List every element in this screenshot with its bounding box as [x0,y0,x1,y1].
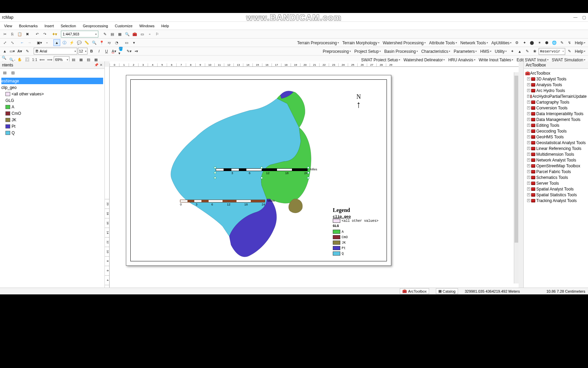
toolbox-item[interactable]: +Linear Referencing Tools [525,145,587,151]
pin-icon[interactable]: 📌 [94,63,98,67]
findroute-icon[interactable]: 📍 [98,39,105,46]
selection-handle[interactable] [261,177,263,179]
close-icon[interactable]: ✕ [100,63,102,67]
selection-handle[interactable] [214,167,216,169]
tool-a-icon[interactable]: ⚙ [513,40,520,46]
draw-rect-icon[interactable]: ▭▾ [9,48,16,55]
parameters-menu[interactable]: Parameters [452,48,478,55]
menu-windows[interactable]: Windows [136,23,157,29]
menu-bookmarks[interactable]: Bookmarks [16,23,40,29]
more-icon[interactable]: ⚐ [154,31,161,37]
expand-icon[interactable]: + [527,147,530,150]
hms-tool-d-icon[interactable]: ❀ [531,48,538,55]
goto-xy-icon[interactable]: xy [106,39,113,46]
undo-icon[interactable]: ↶ [34,31,40,37]
toc-class-pt[interactable]: Pt [1,123,103,129]
font-size-select[interactable]: 12 ▾ [78,48,87,55]
menu-view[interactable]: View [1,23,15,29]
viewer-window-icon[interactable]: ▭ [123,39,130,46]
map-scale-input[interactable]: 1:447,903 ▾ [61,31,98,37]
cut-icon[interactable]: ✂ [1,31,8,37]
attribute-tools-menu[interactable]: Attribute Tools [428,40,458,46]
toolbox-item[interactable]: +Schematics Tools [525,174,587,180]
expand-icon[interactable]: + [527,112,530,115]
aputilities-menu[interactable]: ApUtilities [490,40,513,46]
toolbox-item[interactable]: +Geocoding Tools [525,128,587,134]
zoom-fixed-icon[interactable]: ⤡ [9,39,16,46]
utility-menu[interactable]: Utility [493,48,508,55]
selection-handle[interactable] [261,167,263,169]
back-extent-icon[interactable]: ← [19,39,26,46]
expand-icon[interactable]: + [527,83,530,86]
expand-icon[interactable]: + [527,141,530,144]
toolbox-item[interactable]: +Data Interoperability Tools [525,111,587,117]
toolbox-item[interactable]: +Data Management Tools [525,117,587,122]
python-icon[interactable]: ▭ [139,31,146,37]
toolbox-item[interactable]: +Tracking Analyst Tools [525,198,587,203]
project-setup-menu[interactable]: Project Setup [353,48,382,55]
expand-icon[interactable]: + [527,77,530,80]
paste-icon[interactable]: 📋 [16,31,23,37]
redo-icon[interactable]: ↷ [41,31,48,37]
toolbox-item[interactable]: +Parcel Fabric Tools [525,169,587,174]
hms-menu[interactable]: HMS [479,48,493,55]
expand-icon[interactable]: + [527,95,529,98]
delete-icon[interactable]: ✖ [24,31,31,37]
italic-button[interactable]: I [96,48,102,55]
expand-icon[interactable]: + [527,193,530,196]
select-features-icon[interactable]: ▣▾ [36,39,43,46]
tab-catalog[interactable]: ▦ Catalog [436,288,458,294]
toolbox-item[interactable]: +Analysis Tools [525,82,587,88]
toc-class-cmo[interactable]: CmO [1,110,103,117]
expand-icon[interactable]: + [527,182,530,185]
menu-geoprocessing[interactable]: Geoprocessing [80,23,111,29]
toc-dataframe[interactable]: est\image [1,78,103,84]
menu-insert[interactable]: Insert [42,23,57,29]
find-icon[interactable]: 🔍 [91,39,98,46]
selection-handle[interactable] [307,172,309,174]
vertical-scrollbar[interactable] [514,72,519,283]
archydro-help-menu[interactable]: Help [573,40,587,46]
preprocessing-menu[interactable]: Preprocessing [321,48,352,55]
tool-f-icon[interactable]: 🌐 [551,40,558,46]
tool-d-icon[interactable]: ✶ [536,40,543,46]
tool-c-icon[interactable]: ⬤ [528,40,535,46]
expand-icon[interactable]: + [527,89,530,92]
pointer-icon[interactable]: ▲ [53,39,60,46]
modelbuilder-icon[interactable]: ▫ [146,31,153,37]
menu-help[interactable]: Help [159,23,172,29]
expand-icon[interactable]: + [527,164,530,167]
layout-view[interactable]: 0123456789101112131415161718192021222324… [105,61,523,294]
toc-class-q[interactable]: Q [1,129,103,136]
list-by-source-icon[interactable]: ▨ [10,69,16,76]
characteristics-menu[interactable]: Characteristics [420,48,452,55]
data-frame[interactable]: N ↑ 3 6 [130,79,387,261]
expand-icon[interactable]: + [527,176,530,179]
toolbox-item[interactable]: +Geostatistical Analyst Tools [525,140,587,145]
terrain-preprocessing-menu[interactable]: Terrain Preprocessing [296,40,340,46]
expand-icon[interactable]: + [527,187,530,190]
expand-icon[interactable]: + [527,135,530,138]
catalog-icon[interactable]: ▦ [116,31,123,37]
toolbox-item[interactable]: +ArcHydroPartialTerrainUpdate [525,93,587,99]
expand-icon[interactable]: + [527,170,530,173]
reservoir-select[interactable]: Reservoir ▾ [539,48,565,55]
tool-h-icon[interactable]: ↯ [566,40,573,46]
hyperlink-icon[interactable]: ⚡ [68,39,75,46]
expand-icon[interactable]: + [527,129,530,133]
scale-bar-selected[interactable]: 3 6 12 18 24 Miles [216,168,308,177]
hms-tool-a-icon[interactable]: ✦ [509,48,516,55]
map-legend[interactable]: Legend clip_geo <all other values> GLG A… [333,207,380,257]
watershed-processing-menu[interactable]: Watershed Processing [381,40,427,46]
expand-icon[interactable]: + [527,101,530,104]
marker-color-icon[interactable]: •▾ [133,48,140,55]
edit-vertices-icon[interactable]: ✎ [24,48,31,55]
basin-processing-menu[interactable]: Basin Processing [383,48,419,55]
toolbox-item[interactable]: +Conversion Tools [525,105,587,111]
expand-icon[interactable]: + [527,153,530,156]
menu-selection[interactable]: Selection [58,23,79,29]
font-family-select[interactable]: 🖹 Arial ▾ [34,48,77,55]
tool-b-icon[interactable]: ✦ [521,40,528,46]
draw-text-icon[interactable]: A▾ [16,48,23,55]
selection-handle[interactable] [214,177,216,179]
